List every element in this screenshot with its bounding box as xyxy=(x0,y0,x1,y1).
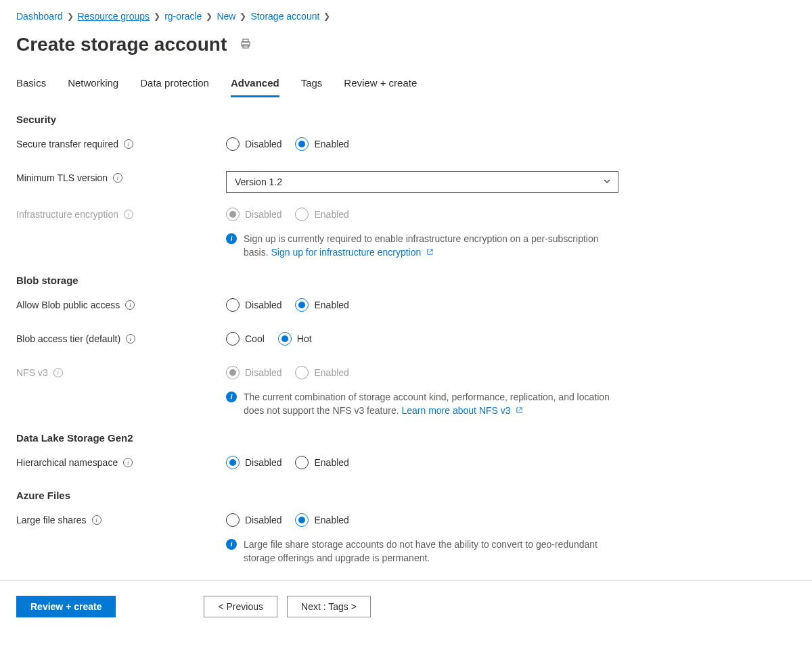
radio-infra-enc-disabled: Disabled xyxy=(226,208,281,221)
breadcrumb-new[interactable]: New xyxy=(217,11,235,22)
info-circle-icon: i xyxy=(226,539,237,550)
breadcrumb-dashboard[interactable]: Dashboard xyxy=(16,11,63,22)
breadcrumb-resource-groups[interactable]: Resource groups xyxy=(78,11,150,22)
radio-hns-disabled[interactable]: Disabled xyxy=(226,456,281,469)
radio-public-access-disabled[interactable]: Disabled xyxy=(226,298,281,312)
section-files-title: Azure Files xyxy=(16,490,796,501)
tab-tags[interactable]: Tags xyxy=(301,74,323,97)
chevron-down-icon xyxy=(603,176,611,187)
radio-access-tier-hot[interactable]: Hot xyxy=(278,332,312,346)
info-icon[interactable]: i xyxy=(124,210,133,219)
radio-public-access-enabled[interactable]: Enabled xyxy=(295,298,348,312)
radio-access-tier-cool[interactable]: Cool xyxy=(226,332,265,346)
next-button[interactable]: Next : Tags > xyxy=(287,596,371,617)
info-icon[interactable]: i xyxy=(125,300,135,310)
info-icon[interactable]: i xyxy=(124,139,133,149)
tab-review-create[interactable]: Review + create xyxy=(344,74,417,97)
radio-hns-enabled[interactable]: Enabled xyxy=(295,456,348,469)
review-create-button[interactable]: Review + create xyxy=(16,596,116,617)
info-icon[interactable]: i xyxy=(92,515,102,525)
select-tls-version[interactable]: Version 1.2 xyxy=(226,171,618,193)
external-link-icon xyxy=(516,404,523,417)
info-icon[interactable]: i xyxy=(113,173,122,183)
tab-data-protection[interactable]: Data protection xyxy=(140,74,209,97)
section-datalake-title: Data Lake Storage Gen2 xyxy=(16,432,796,444)
previous-button[interactable]: < Previous xyxy=(204,596,277,617)
link-learn-nfs[interactable]: Learn more about NFS v3 xyxy=(401,405,523,416)
tab-advanced[interactable]: Advanced xyxy=(231,74,279,97)
tab-basics[interactable]: Basics xyxy=(16,74,46,97)
section-blob-title: Blob storage xyxy=(16,275,796,286)
info-large-file-text: Large file share storage accounts do not… xyxy=(244,539,597,563)
chevron-right-icon: ❯ xyxy=(67,11,74,21)
chevron-right-icon: ❯ xyxy=(323,11,330,21)
info-circle-icon: i xyxy=(226,233,237,244)
breadcrumb: Dashboard ❯ Resource groups ❯ rg-oracle … xyxy=(16,11,796,22)
radio-large-file-disabled[interactable]: Disabled xyxy=(226,513,281,527)
radio-nfs-disabled: Disabled xyxy=(226,366,281,379)
chevron-right-icon: ❯ xyxy=(240,11,246,21)
label-infra-encryption: Infrastructure encryption xyxy=(16,209,118,220)
label-hierarchical-namespace: Hierarchical namespace xyxy=(16,457,118,468)
radio-nfs-enabled: Enabled xyxy=(295,366,348,379)
label-secure-transfer: Secure transfer required xyxy=(16,139,118,149)
label-blob-access-tier: Blob access tier (default) xyxy=(16,333,120,344)
chevron-right-icon: ❯ xyxy=(154,11,160,21)
label-tls-version: Minimum TLS version xyxy=(16,172,108,183)
tab-networking[interactable]: Networking xyxy=(68,74,118,97)
breadcrumb-rg-oracle[interactable]: rg-oracle xyxy=(164,11,202,22)
svg-rect-0 xyxy=(243,39,248,42)
label-nfs-v3: NFS v3 xyxy=(16,367,48,378)
label-blob-public-access: Allow Blob public access xyxy=(16,300,120,310)
page-title: Create storage account xyxy=(16,34,227,55)
print-icon[interactable] xyxy=(240,39,251,51)
chevron-right-icon: ❯ xyxy=(206,11,212,21)
radio-large-file-enabled[interactable]: Enabled xyxy=(295,513,348,527)
info-icon[interactable]: i xyxy=(53,368,63,377)
tabs: Basics Networking Data protection Advanc… xyxy=(16,74,796,97)
section-security-title: Security xyxy=(16,114,796,125)
radio-secure-transfer-disabled[interactable]: Disabled xyxy=(226,137,281,151)
radio-secure-transfer-enabled[interactable]: Enabled xyxy=(295,137,348,151)
info-icon[interactable]: i xyxy=(126,334,135,344)
label-large-file-shares: Large file shares xyxy=(16,515,87,525)
footer-bar: Review + create < Previous Next : Tags > xyxy=(0,580,812,632)
external-link-icon xyxy=(426,245,434,259)
info-circle-icon: i xyxy=(226,392,237,402)
info-icon[interactable]: i xyxy=(123,458,133,467)
breadcrumb-storage-account[interactable]: Storage account xyxy=(250,11,319,22)
link-signup-infra-encryption[interactable]: Sign up for infrastructure encryption xyxy=(271,247,434,258)
radio-infra-enc-enabled: Enabled xyxy=(295,208,348,221)
